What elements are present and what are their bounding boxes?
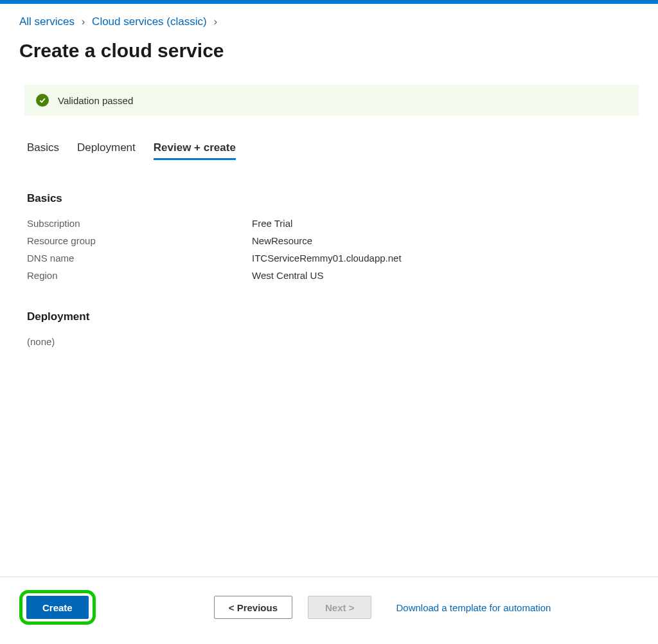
main-content: All services › Cloud services (classic) … bbox=[0, 4, 658, 577]
deployment-none-text: (none) bbox=[27, 336, 639, 347]
validation-banner: Validation passed bbox=[24, 85, 639, 116]
chevron-right-icon: › bbox=[213, 15, 217, 28]
label-resource-group: Resource group bbox=[27, 235, 252, 246]
label-dns-name: DNS name bbox=[27, 253, 252, 264]
chevron-right-icon: › bbox=[82, 15, 85, 28]
breadcrumb-link-all-services[interactable]: All services bbox=[19, 15, 75, 28]
row-dns-name: DNS name ITCServiceRemmy01.cloudapp.net bbox=[27, 253, 639, 264]
page-title: Create a cloud service bbox=[19, 40, 639, 62]
download-template-link[interactable]: Download a template for automation bbox=[396, 602, 551, 613]
value-region: West Central US bbox=[252, 270, 323, 281]
create-button-highlight: Create bbox=[19, 590, 96, 625]
footer: Create < Previous Next > Download a temp… bbox=[0, 577, 658, 644]
create-button[interactable]: Create bbox=[26, 596, 89, 619]
breadcrumb-link-cloud-services[interactable]: Cloud services (classic) bbox=[92, 15, 207, 28]
label-subscription: Subscription bbox=[27, 218, 252, 229]
breadcrumb: All services › Cloud services (classic) … bbox=[19, 15, 639, 28]
tab-basics[interactable]: Basics bbox=[27, 141, 59, 160]
value-subscription: Free Trial bbox=[252, 218, 292, 229]
tab-deployment[interactable]: Deployment bbox=[77, 141, 136, 160]
value-resource-group: NewResource bbox=[252, 235, 312, 246]
section-heading-deployment: Deployment bbox=[27, 310, 639, 323]
tab-review-create[interactable]: Review + create bbox=[154, 141, 236, 160]
check-circle-icon bbox=[36, 94, 49, 107]
row-subscription: Subscription Free Trial bbox=[27, 218, 639, 229]
previous-button[interactable]: < Previous bbox=[214, 596, 292, 619]
tabs: Basics Deployment Review + create bbox=[27, 141, 639, 160]
section-heading-basics: Basics bbox=[27, 192, 639, 205]
validation-message: Validation passed bbox=[58, 95, 133, 106]
value-dns-name: ITCServiceRemmy01.cloudapp.net bbox=[252, 253, 402, 264]
row-region: Region West Central US bbox=[27, 270, 639, 281]
row-resource-group: Resource group NewResource bbox=[27, 235, 639, 246]
next-button[interactable]: Next > bbox=[308, 596, 371, 619]
label-region: Region bbox=[27, 270, 252, 281]
